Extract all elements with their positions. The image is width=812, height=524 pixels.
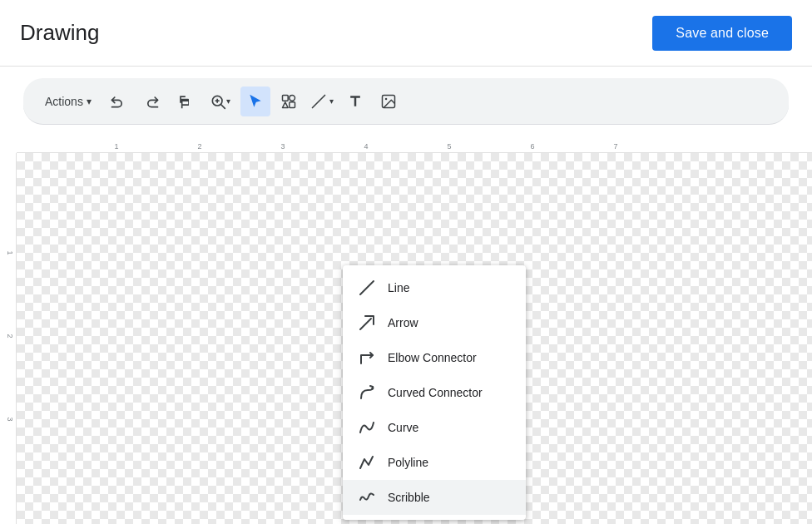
zoom-button[interactable]: ▾ — [203, 87, 237, 116]
text-icon — [347, 93, 364, 110]
shapes-icon — [280, 93, 297, 110]
arrow-option-label: Arrow — [388, 316, 418, 329]
select-button[interactable] — [240, 87, 270, 116]
ruler-tick-6: 6 — [530, 142, 534, 151]
scribble-option-label: Scribble — [388, 491, 430, 504]
line-option-label: Line — [388, 281, 409, 294]
image-icon — [380, 93, 397, 110]
curve-option-label: Curve — [388, 421, 418, 434]
svg-point-5 — [290, 95, 295, 101]
curve-option[interactable]: Curve — [343, 410, 526, 445]
line-tool-button[interactable]: ▾ — [307, 87, 337, 116]
ruler-v-tick-1: 1 — [6, 250, 14, 255]
zoom-chevron-icon: ▾ — [226, 96, 230, 106]
curved-connector-option[interactable]: Curved Connector — [343, 375, 526, 410]
ruler-tick-1: 1 — [114, 142, 118, 151]
svg-rect-6 — [290, 101, 295, 107]
paint-format-icon — [176, 93, 193, 110]
elbow-connector-label: Elbow Connector — [388, 351, 477, 364]
arrow-option-icon — [358, 314, 376, 332]
ruler-horizontal: 1 2 3 4 5 6 7 — [17, 136, 812, 153]
ruler-v-tick-2: 2 — [6, 334, 14, 338]
ruler-v-tick-3: 3 — [6, 417, 14, 421]
save-close-button[interactable]: Save and close — [652, 16, 792, 51]
shapes-button[interactable] — [274, 87, 304, 116]
svg-line-11 — [360, 319, 371, 329]
cursor-icon — [247, 93, 264, 110]
redo-button[interactable] — [136, 87, 166, 116]
scribble-option[interactable]: Scribble — [343, 480, 526, 515]
image-button[interactable] — [374, 87, 404, 116]
curved-connector-label: Curved Connector — [388, 386, 483, 399]
undo-icon — [110, 93, 126, 110]
svg-rect-4 — [282, 95, 288, 101]
canvas-area: 1 2 3 4 5 6 7 1 2 3 Line Arrow — [0, 136, 812, 524]
ruler-tick-7: 7 — [613, 142, 617, 151]
polyline-option[interactable]: Polyline — [343, 445, 526, 480]
zoom-icon — [210, 93, 226, 110]
redo-icon — [143, 93, 160, 110]
svg-line-7 — [312, 95, 324, 107]
svg-line-1 — [221, 104, 225, 108]
ruler-vertical: 1 2 3 — [0, 153, 17, 524]
text-button[interactable] — [340, 87, 370, 116]
line-option-icon — [358, 279, 376, 297]
actions-chevron-icon: ▾ — [87, 96, 92, 107]
page-title: Drawing — [20, 20, 99, 46]
toolbar: Actions ▾ ▾ ▾ — [23, 78, 789, 125]
ruler-tick-5: 5 — [447, 142, 451, 151]
polyline-option-label: Polyline — [388, 456, 428, 469]
paint-format-button[interactable] — [170, 87, 200, 116]
ruler-tick-2: 2 — [197, 142, 201, 151]
arrow-option[interactable]: Arrow — [343, 305, 526, 340]
svg-line-10 — [360, 281, 374, 294]
actions-button[interactable]: Actions ▾ — [37, 87, 100, 116]
line-icon — [310, 93, 327, 110]
elbow-connector-option[interactable]: Elbow Connector — [343, 340, 526, 375]
elbow-connector-icon — [358, 349, 376, 367]
line-dropdown-chevron-icon: ▾ — [329, 96, 334, 106]
curved-connector-icon — [358, 383, 376, 402]
line-dropdown-menu: Line Arrow Elbow Connector Curved Connec… — [343, 265, 526, 520]
undo-button[interactable] — [103, 87, 133, 116]
curve-option-icon — [358, 418, 376, 437]
line-option[interactable]: Line — [343, 270, 526, 305]
svg-point-9 — [385, 97, 388, 100]
ruler-tick-3: 3 — [280, 142, 285, 151]
header: Drawing Save and close — [0, 0, 812, 67]
actions-label: Actions — [45, 95, 83, 108]
polyline-option-icon — [358, 453, 376, 472]
scribble-option-icon — [358, 488, 376, 507]
ruler-tick-4: 4 — [364, 142, 368, 151]
